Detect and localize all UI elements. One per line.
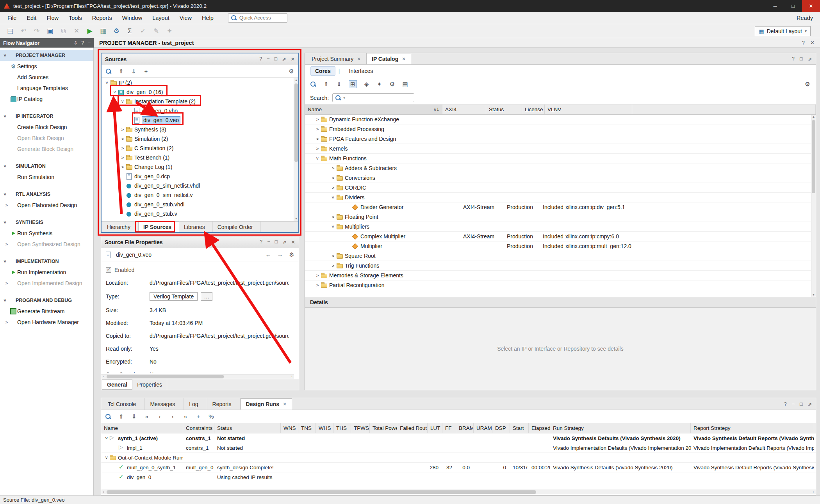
ip-catalog-row[interactable]: Embedded Processing	[305, 124, 816, 134]
sources-view-tab[interactable]: Hierarchy	[102, 222, 138, 232]
chevron-icon[interactable]	[2, 114, 8, 119]
delete-icon[interactable]: ✕	[70, 27, 83, 35]
tree-row[interactable]: C Simulation (2)	[102, 144, 293, 153]
float-icon[interactable]: □	[274, 56, 277, 62]
ip-catalog-row[interactable]: FPGA Features and Design	[305, 134, 816, 144]
expand-all-icon[interactable]: ⇓	[131, 413, 137, 420]
tree-row[interactable]: div_gen_0_stub.v	[102, 209, 293, 218]
tree-chevron-icon[interactable]	[314, 156, 321, 161]
last-run-icon[interactable]: »	[182, 413, 189, 420]
close-icon[interactable]: ✕	[291, 239, 295, 245]
redo-icon[interactable]: ↷	[30, 27, 43, 35]
tree-chevron-icon[interactable]	[119, 137, 126, 141]
scrollbar-thumb[interactable]	[294, 83, 298, 162]
search-icon[interactable]	[105, 68, 112, 75]
tree-chevron-icon[interactable]	[314, 146, 321, 151]
search-icon[interactable]	[310, 81, 316, 87]
search-icon[interactable]	[105, 413, 111, 420]
tab-close-icon[interactable]: ✕	[283, 401, 287, 407]
settings-icon[interactable]: ⚙	[110, 27, 123, 35]
tab-close-icon[interactable]: ✕	[357, 56, 361, 62]
back-icon[interactable]: ←	[265, 251, 271, 258]
horizontal-scrollbar[interactable]: ‹ ›	[101, 374, 294, 379]
next-run-icon[interactable]: ›	[169, 413, 176, 420]
settings-icon[interactable]: ⚙	[804, 81, 811, 88]
validate-icon[interactable]: ✓	[137, 27, 149, 35]
close-icon[interactable]: ✕	[291, 56, 295, 62]
column-header[interactable]: TNS	[298, 423, 316, 433]
column-header[interactable]: DSP	[492, 423, 510, 433]
run-icon[interactable]: ▶	[84, 27, 96, 35]
tree-chevron-icon[interactable]	[119, 155, 126, 160]
undo-icon[interactable]: ↶	[17, 27, 30, 35]
tree-chevron-icon[interactable]	[330, 166, 336, 170]
copy-icon[interactable]: ⧉	[57, 27, 70, 35]
expand-all-icon[interactable]: ⇓	[336, 81, 342, 88]
tree-chevron-icon[interactable]	[314, 127, 321, 131]
column-header[interactable]: THS	[333, 423, 351, 433]
scroll-right-icon[interactable]: ›	[289, 374, 294, 378]
tree-chevron-icon[interactable]	[112, 90, 118, 94]
chevron-icon[interactable]	[2, 298, 8, 303]
vertical-scrollbar[interactable]: ▲ ▼	[294, 78, 298, 221]
chevron-icon[interactable]	[4, 320, 9, 325]
nav-run-simulation[interactable]: Run Simulation	[0, 172, 93, 183]
tree-row[interactable]: div_gen_0.vho	[102, 106, 293, 115]
ip-catalog-row[interactable]: Multiplier Production Included xilinx.co…	[305, 241, 816, 251]
nav-open-block-design[interactable]: Open Block Design	[0, 133, 93, 144]
add-sources-icon[interactable]: +	[143, 68, 149, 75]
dock-icon[interactable]: ⇕	[73, 40, 77, 46]
forward-icon[interactable]: →	[277, 251, 283, 258]
minimize-button[interactable]: ─	[766, 0, 784, 12]
scrollbar-thumb[interactable]	[812, 120, 815, 193]
tree-row[interactable]: div_gen_0 (16)	[102, 87, 293, 97]
tab-tcl-console[interactable]: Tcl Console	[103, 398, 145, 410]
help-icon[interactable]: ?	[784, 401, 787, 407]
tab-design-runs[interactable]: Design Runs✕	[241, 398, 292, 410]
tree-chevron-icon[interactable]	[330, 185, 336, 190]
nav-ip-catalog[interactable]: IP Catalog	[0, 94, 93, 105]
create-run-icon[interactable]: +	[195, 413, 201, 420]
scroll-left-icon[interactable]: ‹	[101, 374, 106, 378]
nav-settings[interactable]: Settings	[0, 61, 93, 72]
nav-generate-block-design[interactable]: Generate Block Design	[0, 144, 93, 154]
help-icon[interactable]: ?	[260, 239, 262, 245]
first-run-icon[interactable]: «	[144, 413, 150, 420]
column-header[interactable]: Status	[214, 423, 281, 433]
tab-messages[interactable]: Messages	[145, 398, 184, 410]
menu-item[interactable]: View	[175, 15, 197, 21]
tree-chevron-icon[interactable]	[119, 165, 126, 169]
tree-chevron-icon[interactable]	[330, 254, 336, 258]
chevron-icon[interactable]	[2, 259, 8, 264]
ip-catalog-row[interactable]: Divider Generator AXI4-Stream Production…	[305, 202, 816, 212]
column-header[interactable]: Name	[101, 423, 183, 433]
design-run-row[interactable]: synth_1 (active) constrs_1 Not started V…	[101, 433, 816, 443]
tree-chevron-icon[interactable]	[330, 215, 336, 219]
maximize-icon[interactable]: ⇗	[282, 56, 286, 62]
details-toggle-icon[interactable]: ▤	[402, 81, 408, 88]
nav-add-sources[interactable]: Add Sources	[0, 72, 93, 83]
menu-item[interactable]: Window	[117, 15, 148, 21]
ip-catalog-row[interactable]: Adders & Subtracters	[305, 163, 816, 173]
nav-open-synthesized-design[interactable]: Open Synthesized Design	[0, 239, 93, 250]
column-header[interactable]: Elapsed	[529, 423, 550, 433]
column-header[interactable]: LUT	[428, 423, 442, 433]
sfp-view-tab[interactable]: General	[102, 379, 132, 390]
menu-item[interactable]: Tools	[64, 15, 87, 21]
tree-chevron-icon[interactable]	[119, 99, 126, 104]
settings-icon[interactable]: ⚙	[288, 68, 294, 75]
design-run-row[interactable]: div_gen_0 Using cached IP results	[101, 472, 816, 482]
column-header[interactable]: VLNV	[545, 105, 632, 114]
nav-generate-bitstream[interactable]: Generate Bitstream	[0, 306, 93, 317]
tab-log[interactable]: Log	[184, 398, 207, 410]
tab-close-icon[interactable]: ✕	[402, 56, 406, 62]
ip-catalog-row[interactable]: Floating Point	[305, 212, 816, 222]
menu-item[interactable]: File	[2, 15, 21, 21]
tree-chevron-icon[interactable]	[314, 117, 321, 122]
float-icon[interactable]: □	[275, 239, 278, 245]
elaborate-icon[interactable]: ▦	[97, 27, 109, 35]
scroll-down-icon[interactable]: ▼	[811, 293, 816, 296]
column-header[interactable]: WHS	[316, 423, 333, 433]
column-header[interactable]: BRAM	[456, 423, 474, 433]
column-header[interactable]: Failed Routes	[397, 423, 428, 433]
